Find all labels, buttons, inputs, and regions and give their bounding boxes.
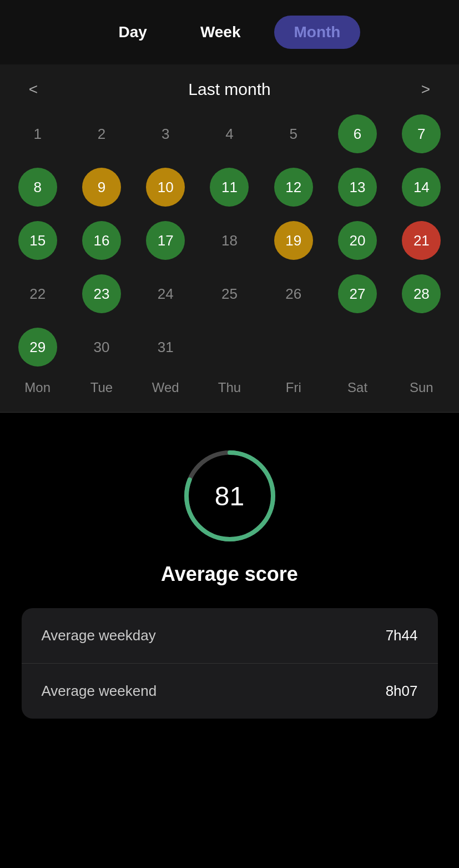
stats-row: Average weekend8h07 <box>22 663 438 719</box>
day-label-sat: Sat <box>325 380 389 395</box>
day-circle-7: 7 <box>402 114 441 153</box>
day-circle-27: 27 <box>338 274 377 313</box>
day-circle-18: 18 <box>210 221 249 260</box>
day-label-tue: Tue <box>69 380 133 395</box>
day-circle-11: 11 <box>210 168 249 207</box>
day-circle-17: 17 <box>146 221 185 260</box>
cal-day-20[interactable]: 20 <box>325 217 389 264</box>
day-circle-23: 23 <box>82 274 121 313</box>
stats-label: Average weekend <box>42 683 157 700</box>
cal-day-11[interactable]: 11 <box>198 163 261 211</box>
cal-day-26[interactable]: 26 <box>261 270 325 318</box>
day-circle-3: 3 <box>146 114 185 153</box>
cal-day-25[interactable]: 25 <box>198 270 261 318</box>
day-circle-2: 2 <box>82 114 121 153</box>
day-circle-5: 5 <box>274 114 313 153</box>
stats-value: 8h07 <box>386 683 418 700</box>
day-circle-29: 29 <box>18 328 57 367</box>
cal-day-7[interactable]: 7 <box>390 110 453 158</box>
cal-day-16[interactable]: 16 <box>69 217 133 264</box>
day-label-sun: Sun <box>390 380 453 395</box>
cal-day-24[interactable]: 24 <box>134 270 198 318</box>
cal-day-9[interactable]: 9 <box>69 163 133 211</box>
cal-day-17[interactable]: 17 <box>134 217 198 264</box>
calendar-grid: 1234567891011121314151617181920212223242… <box>0 104 459 371</box>
day-circle-9: 9 <box>82 168 121 207</box>
cal-day-29[interactable]: 29 <box>6 323 69 371</box>
score-section: 81 Average score Average weekday7h44Aver… <box>0 413 459 741</box>
stats-card: Average weekday7h44Average weekend8h07 <box>22 608 438 719</box>
cal-day-19[interactable]: 19 <box>261 217 325 264</box>
cal-day-30[interactable]: 30 <box>69 323 133 371</box>
cal-day-3[interactable]: 3 <box>134 110 198 158</box>
day-circle-10: 10 <box>146 168 185 207</box>
day-circle-16: 16 <box>82 221 121 260</box>
cal-day-31[interactable]: 31 <box>134 323 198 371</box>
day-circle-30: 30 <box>82 328 121 367</box>
day-circle-1: 1 <box>18 114 57 153</box>
day-circle-25: 25 <box>210 274 249 313</box>
cal-day-4[interactable]: 4 <box>198 110 261 158</box>
day-circle-26: 26 <box>274 274 313 313</box>
day-label-wed: Wed <box>134 380 198 395</box>
stats-value: 7h44 <box>386 627 418 644</box>
day-circle-24: 24 <box>146 274 185 313</box>
day-label-mon: Mon <box>6 380 69 395</box>
day-circle-14: 14 <box>402 168 441 207</box>
day-circle-31: 31 <box>146 328 185 367</box>
top-nav: Day Week Month <box>0 0 459 64</box>
score-ring: 81 <box>180 446 280 546</box>
day-circle-15: 15 <box>18 221 57 260</box>
next-month-button[interactable]: > <box>415 81 437 98</box>
day-circle-6: 6 <box>338 114 377 153</box>
cal-day-14[interactable]: 14 <box>390 163 453 211</box>
day-circle-4: 4 <box>210 114 249 153</box>
stats-label: Average weekday <box>42 627 156 644</box>
cal-day-1[interactable]: 1 <box>6 110 69 158</box>
day-circle-22: 22 <box>18 274 57 313</box>
cal-day-6[interactable]: 6 <box>325 110 389 158</box>
day-circle-8: 8 <box>18 168 57 207</box>
day-circle-28: 28 <box>402 274 441 313</box>
day-circle-20: 20 <box>338 221 377 260</box>
tab-week[interactable]: Week <box>180 16 261 49</box>
cal-day-18[interactable]: 18 <box>198 217 261 264</box>
cal-day-23[interactable]: 23 <box>69 270 133 318</box>
cal-day-12[interactable]: 12 <box>261 163 325 211</box>
cal-day-5[interactable]: 5 <box>261 110 325 158</box>
cal-day-27[interactable]: 27 <box>325 270 389 318</box>
tab-day[interactable]: Day <box>99 16 167 49</box>
cal-day-2[interactable]: 2 <box>69 110 133 158</box>
cal-day-22[interactable]: 22 <box>6 270 69 318</box>
stats-row: Average weekday7h44 <box>22 608 438 663</box>
score-label: Average score <box>161 563 298 586</box>
day-circle-21: 21 <box>402 221 441 260</box>
score-value: 81 <box>215 481 244 511</box>
month-title: Last month <box>188 80 270 99</box>
calendar-section: < Last month > 1234567891011121314151617… <box>0 64 459 413</box>
day-label-fri: Fri <box>261 380 325 395</box>
cal-day-28[interactable]: 28 <box>390 270 453 318</box>
cal-day-15[interactable]: 15 <box>6 217 69 264</box>
day-circle-12: 12 <box>274 168 313 207</box>
cal-day-10[interactable]: 10 <box>134 163 198 211</box>
cal-day-21[interactable]: 21 <box>390 217 453 264</box>
month-nav: < Last month > <box>0 64 459 104</box>
day-circle-13: 13 <box>338 168 377 207</box>
day-label-thu: Thu <box>198 380 261 395</box>
cal-day-8[interactable]: 8 <box>6 163 69 211</box>
day-labels: MonTueWedThuFriSatSun <box>0 371 459 407</box>
prev-month-button[interactable]: < <box>22 81 44 98</box>
tab-month[interactable]: Month <box>274 16 361 49</box>
cal-day-13[interactable]: 13 <box>325 163 389 211</box>
day-circle-19: 19 <box>274 221 313 260</box>
